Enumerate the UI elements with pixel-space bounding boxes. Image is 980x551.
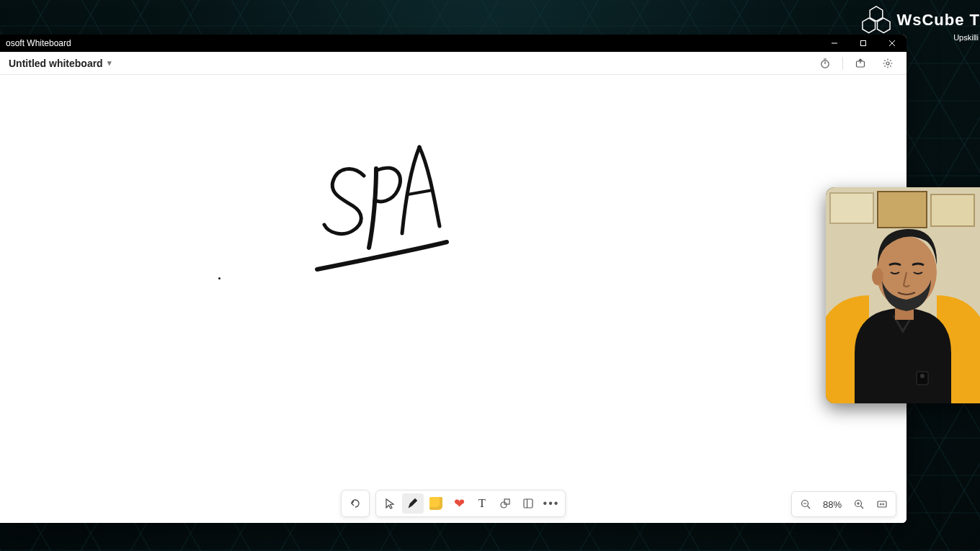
- ellipsis-icon: •••: [543, 497, 560, 510]
- zoom-in-icon: [853, 498, 865, 510]
- svg-point-12: [501, 502, 507, 508]
- zoom-in-button[interactable]: [850, 495, 868, 514]
- svg-marker-1: [863, 18, 876, 33]
- select-tool[interactable]: [379, 493, 401, 514]
- app-header: Untitled whiteboard ▾: [0, 52, 906, 75]
- presenter-webcam: [826, 187, 980, 403]
- settings-button[interactable]: [878, 53, 898, 73]
- svg-marker-0: [870, 6, 883, 22]
- sticky-note-icon: [429, 497, 442, 510]
- window-minimize-button[interactable]: [820, 35, 849, 52]
- minimize-icon: [831, 40, 838, 47]
- shapes-icon: [499, 497, 512, 510]
- whiteboard-canvas[interactable]: ❤ T •••: [0, 75, 906, 523]
- timer-icon: [819, 58, 831, 69]
- wscube-logo-icon: [860, 4, 892, 36]
- svg-rect-13: [504, 499, 509, 504]
- chevron-down-icon: ▾: [107, 58, 112, 68]
- svg-point-33: [920, 374, 925, 378]
- share-button[interactable]: [850, 53, 870, 73]
- svg-line-20: [861, 506, 864, 509]
- ink-tool[interactable]: [402, 493, 424, 514]
- board-name-text: Untitled whiteboard: [9, 58, 103, 69]
- ink-dot: [218, 277, 220, 279]
- shapes-tool[interactable]: [494, 493, 516, 514]
- zoom-out-button[interactable]: [796, 495, 815, 514]
- fit-screen-icon: [876, 498, 888, 510]
- svg-rect-26: [830, 193, 873, 223]
- text-icon: T: [478, 497, 486, 510]
- board-name-dropdown[interactable]: Untitled whiteboard ▾: [9, 58, 112, 69]
- tools-group: ❤ T •••: [375, 490, 566, 517]
- window-title: osoft Whiteboard: [6, 38, 71, 48]
- fit-screen-button[interactable]: [873, 495, 891, 514]
- zoom-controls: 88%: [791, 491, 896, 517]
- templates-icon: [522, 497, 535, 510]
- svg-line-17: [808, 506, 811, 509]
- reaction-tool[interactable]: ❤: [448, 493, 470, 514]
- text-tool[interactable]: T: [471, 493, 493, 514]
- undo-button[interactable]: [344, 493, 366, 514]
- svg-point-11: [886, 62, 889, 65]
- svg-rect-28: [931, 194, 974, 226]
- ink-strokes: [216, 125, 721, 341]
- svg-marker-2: [878, 18, 891, 33]
- separator: [842, 57, 843, 70]
- presenter-image: [826, 187, 980, 403]
- pen-icon: [406, 497, 419, 510]
- bottom-toolbar: ❤ T •••: [341, 490, 566, 517]
- undo-group: [341, 490, 370, 517]
- window-titlebar: osoft Whiteboard: [0, 35, 906, 52]
- sticky-note-tool[interactable]: [425, 493, 447, 514]
- gear-icon: [882, 58, 894, 69]
- share-icon: [855, 58, 866, 69]
- timer-button[interactable]: [815, 53, 835, 73]
- header-actions: [815, 53, 898, 73]
- more-tools[interactable]: •••: [540, 493, 562, 514]
- heart-icon: ❤: [454, 496, 465, 511]
- wscube-brand-text: WsCube T: [896, 11, 980, 30]
- svg-rect-27: [878, 192, 927, 228]
- whiteboard-window: osoft Whiteboard Untitled whiteboard ▾: [0, 35, 906, 523]
- wscube-watermark: WsCube T Upskilli: [860, 4, 980, 42]
- undo-icon: [349, 497, 362, 510]
- zoom-level[interactable]: 88%: [819, 499, 845, 510]
- svg-rect-14: [524, 499, 533, 508]
- templates-tool[interactable]: [517, 493, 539, 514]
- zoom-out-icon: [800, 498, 811, 510]
- cursor-icon: [383, 497, 396, 510]
- svg-point-31: [872, 268, 883, 285]
